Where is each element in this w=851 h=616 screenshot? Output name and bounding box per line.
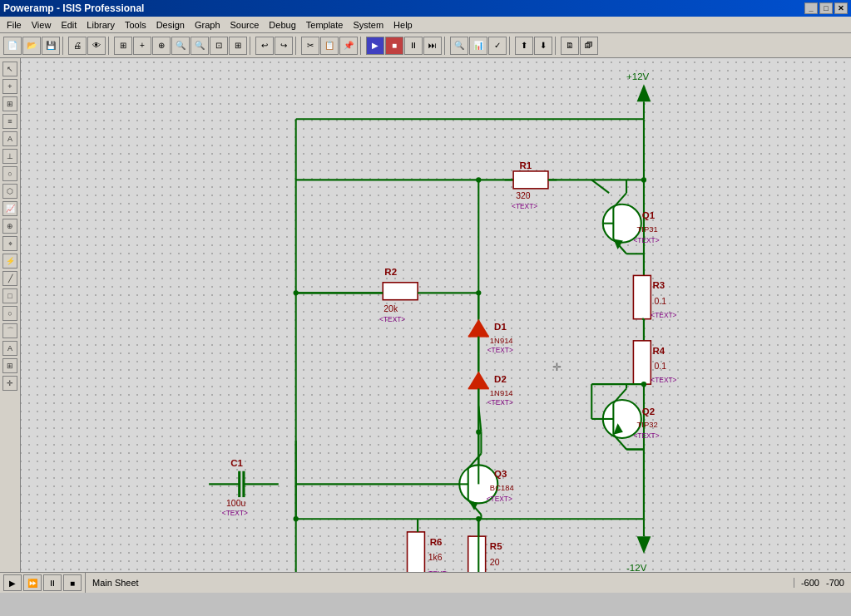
menu-tools[interactable]: Tools [120,18,151,32]
menu-bar: File View Edit Library Tools Design Grap… [0,17,851,33]
svg-text:20: 20 [490,558,500,567]
status-bar: ▶ ⏩ ⏸ ■ Main Sheet -600 -700 [0,572,851,593]
stop-sim-button[interactable]: ■ [385,37,403,55]
cut-button[interactable]: ✂ [301,37,319,55]
menu-system[interactable]: System [348,18,388,32]
component-tool[interactable]: + [2,79,17,94]
svg-text:<TEXT>: <TEXT> [222,509,248,517]
add-component-button[interactable]: + [133,37,151,55]
wire-tool[interactable]: ⊞ [2,96,17,111]
svg-text:20k: 20k [383,304,398,313]
step-sim-button[interactable]: ⏭ [423,37,442,55]
menu-graph[interactable]: Graph [190,18,225,32]
zoom-all-button[interactable]: ⊡ [210,37,228,55]
svg-text:R6: R6 [430,537,443,547]
menu-design[interactable]: Design [151,18,190,32]
generator-tool[interactable]: ⚡ [2,254,17,269]
svg-text:<TEXT>: <TEXT> [651,376,676,384]
netlist-button[interactable]: 📊 [469,37,487,55]
box-tool[interactable]: □ [2,288,17,303]
grid-button[interactable]: ⊞ [114,37,132,55]
import-button[interactable]: ⬇ [534,37,552,55]
svg-marker-12 [637,84,651,101]
toolbar-sep-2 [108,37,111,55]
svg-rect-115 [408,532,425,572]
menu-view[interactable]: View [27,18,57,32]
toolbar-sep-5 [360,37,364,55]
coordinates: -600 -700 [794,578,851,588]
zoom-in-button[interactable]: 🔍 [171,37,190,55]
y-coord: -700 [826,578,844,588]
menu-debug[interactable]: Debug [264,18,300,32]
label-tool[interactable]: A [2,131,17,146]
print-button[interactable]: 🖨 [68,37,87,55]
print-preview-button[interactable]: 👁 [87,37,106,55]
x-coord: -600 [801,578,819,588]
drc-button[interactable]: ✓ [488,37,507,55]
pcb-layout-button[interactable]: 🗎 [561,37,579,55]
maximize-button[interactable]: □ [819,2,833,14]
copy-button[interactable]: 📋 [320,37,339,55]
svg-text:R1: R1 [519,160,532,170]
new-button[interactable]: 📄 [3,37,22,55]
svg-text:✛: ✛ [552,362,562,373]
play-button[interactable]: ▶ [3,574,22,591]
line-tool[interactable]: ╱ [2,271,17,286]
svg-text:<TEXT>: <TEXT> [512,202,537,210]
schematic-canvas[interactable]: +12V -12V [0,58,851,572]
graph-tool[interactable]: 📈 [2,201,17,216]
menu-library[interactable]: Library [82,18,120,32]
svg-text:<TEXT>: <TEXT> [424,569,450,572]
app-title: Poweramp - ISIS Professional [3,2,144,14]
close-button[interactable]: ✕ [834,2,848,14]
terminal-tool[interactable]: ○ [2,166,17,181]
zoom-area-button[interactable]: ⊞ [229,37,247,55]
arc-tool[interactable]: ⌒ [2,323,17,338]
open-button[interactable]: 📂 [22,37,41,55]
bus-tool[interactable]: ≡ [2,114,17,129]
export-button[interactable]: ⬆ [515,37,533,55]
toolbar-sep-8 [555,37,558,55]
schematic-canvas-area[interactable]: +12V -12V [0,58,851,572]
stop-button[interactable]: ■ [63,574,82,591]
save-button[interactable]: 💾 [42,37,60,55]
svg-text:Q3: Q3 [494,469,507,479]
paste-button[interactable]: 📌 [339,37,358,55]
port-tool[interactable]: ⬡ [2,184,17,199]
menu-help[interactable]: Help [388,18,418,32]
svg-rect-29 [383,283,418,300]
menu-edit[interactable]: Edit [56,18,82,32]
toolbar-sep-6 [444,37,448,55]
svg-text:1N914: 1N914 [490,336,513,345]
component-search[interactable]: 🔍 [450,37,468,55]
svg-text:R4: R4 [652,346,665,356]
select-tool[interactable]: ↖ [2,62,17,76]
svg-rect-121 [468,536,486,572]
svg-point-93 [641,382,646,387]
toolbar-sep-4 [295,37,299,55]
menu-template[interactable]: Template [301,18,349,32]
menu-file[interactable]: File [2,18,27,32]
symbol-tool[interactable]: ⊞ [2,358,17,373]
zoom-out-button[interactable]: 🔍 [190,37,209,55]
text-tool[interactable]: A [2,341,17,356]
origin-tool[interactable]: ✛ [2,376,17,391]
run-sim-button[interactable]: ▶ [366,37,384,55]
svg-point-92 [641,177,646,182]
pause-sim-button[interactable]: ⏸ [404,37,423,55]
svg-text:D1: D1 [494,322,507,332]
redo-button[interactable]: ↪ [275,37,293,55]
power-tool[interactable]: ⊥ [2,149,17,164]
tape-tool[interactable]: ⌖ [2,236,17,251]
minimize-button[interactable]: _ [804,2,818,14]
3d-view-button[interactable]: 🗊 [580,37,598,55]
svg-text:0.1: 0.1 [655,362,667,371]
pause-button[interactable]: ⏸ [43,574,62,591]
circle-tool[interactable]: ○ [2,306,17,321]
add-wire-button[interactable]: ⊕ [152,37,171,55]
probe-tool[interactable]: ⊕ [2,219,17,234]
menu-source[interactable]: Source [225,18,265,32]
step-forward-button[interactable]: ⏩ [23,574,42,591]
undo-button[interactable]: ↩ [255,37,274,55]
content-row: ↖ + ⊞ ≡ A ⊥ ○ ⬡ 📈 ⊕ ⌖ ⚡ ╱ □ ○ ⌒ A ⊞ ✛ [0,58,851,572]
